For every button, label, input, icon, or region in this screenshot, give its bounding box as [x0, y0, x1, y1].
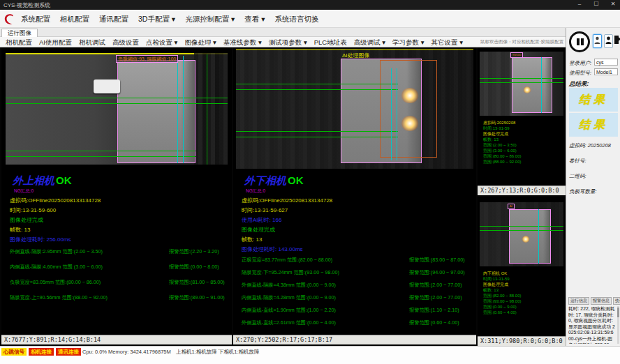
app-logo-icon [3, 13, 16, 25]
toolbar-item[interactable]: 其它设置 ▾ [431, 38, 463, 47]
menu-item[interactable]: 3D手配置 ▾ [138, 15, 175, 24]
result-box-text: 结果 [579, 93, 608, 107]
measure-hline [236, 89, 398, 90]
log-tab-alarm[interactable]: 报警信息 [591, 297, 612, 305]
weld-glow [522, 236, 530, 243]
measure-hline [480, 78, 563, 79]
camera-image-right-bottom[interactable]: AI [480, 202, 563, 266]
tab-bar: 运行图像 [0, 28, 566, 37]
image-texture [480, 52, 510, 116]
menu-item[interactable]: 通讯配置 [99, 15, 128, 24]
image-texture [194, 53, 228, 165]
camera-image-left[interactable]: 负极阈值:93, 隔膜阈值:100 [6, 53, 228, 165]
measure-hline [480, 230, 563, 231]
ng-note: NG汇总:0 [246, 188, 265, 195]
camera-panel-left: 负极阈值:93, 隔膜阈值:100 外上相机OK NG汇总:0 虚拟码:OFFl… [1, 47, 232, 346]
edge-vline [538, 209, 539, 264]
barcode-field-label: 虚拟码: 20250208 [569, 142, 611, 149]
qr-field-label: 二维码: [569, 173, 586, 180]
tab-run-image[interactable]: 运行图像 [1, 29, 38, 37]
measurement-list: 外侧直线-隔膜:2.95mm 范围:(2.00 ~ 3.50)报警范围:(2.2… [10, 248, 225, 310]
toolbar-item[interactable]: PLC地址表 [314, 38, 347, 47]
weld-glow [401, 116, 419, 131]
measure-hline [236, 137, 398, 137]
menu-item[interactable]: 系统语言切换 [275, 15, 319, 24]
result-box-bottom: 结果 [569, 113, 618, 137]
toolbar: 相机配置AI使用配置相机调试高级设置点检设置 ▾图像处理 ▾基准线参数 ▾测试项… [0, 37, 566, 47]
toolbar-item[interactable]: 高级调试 ▾ [354, 38, 385, 47]
pause-button[interactable] [569, 31, 590, 52]
comm-link-badge: 通讯连接 [56, 348, 81, 356]
toolbar-item[interactable]: 相机配置 [6, 38, 32, 47]
user-login-button[interactable] [593, 34, 602, 48]
camera-fault-text: 上相机1:相机故障 下相机1:相机故障 [176, 349, 260, 356]
cell-roi [512, 57, 552, 113]
measurement-text: 正极宽度=83.77mm 范围:(82.00 ~ 88.00) [242, 257, 409, 264]
menu-item[interactable]: 光源控制配置 ▾ [185, 15, 235, 24]
alarm-range-text: 报警范围:(0.00 ~ 8.00) [169, 264, 219, 271]
mini-line: 时间:13-31-59 [483, 126, 522, 131]
status-line: 图像处理完成 [242, 226, 275, 234]
toolbar-item[interactable]: 高级设置 [112, 38, 139, 47]
toolbar-item[interactable]: 点检设置 ▾ [146, 38, 177, 47]
alarm-range-text: 报警范围:(2.00 ~ 77.00) [409, 294, 462, 301]
cell-roi [117, 60, 195, 163]
weld-glow [523, 86, 531, 93]
mini-line: 范围:(88.00 ~ 92.00) [483, 159, 522, 165]
menu-item[interactable]: 查看 ▾ [244, 15, 265, 24]
toolbar-item[interactable]: 学习参数 ▾ [392, 38, 424, 47]
pin-field-label: 卷针号: [569, 158, 586, 165]
measurement-text: 负极宽度=83.05mm 范围:(80.00 ~ 86.00) [10, 279, 169, 286]
camera-image-right-top[interactable]: 93/100 [480, 52, 563, 116]
camera-name: 外下相机 [244, 174, 286, 186]
maximize-button[interactable]: ☐ [592, 1, 600, 7]
model-value-field[interactable]: Model1 [594, 68, 618, 75]
toolbar-item[interactable]: 测试项参数 ▾ [269, 38, 307, 47]
elapsed-line: 图像处理耗时: 256.00ms [10, 236, 71, 243]
mini-line: 虚拟码:20250208 [483, 120, 522, 126]
toolbar-item[interactable]: AI使用配置 [39, 38, 72, 47]
camera-panel-right-top: 93/100 虚拟码:20250208时间:13-31-59图像处理完成帧数: … [478, 47, 566, 195]
barcode-line: 虚拟码:OFFline20250208133134728 [242, 197, 332, 204]
window-controls: – ☐ ✕ [575, 1, 617, 7]
toolbar-item[interactable]: 相机调试 [79, 38, 105, 47]
user-icon [594, 35, 600, 47]
baseline-vline [207, 54, 207, 165]
minimize-button[interactable]: – [575, 1, 584, 7]
measurement-text: 隔膜宽度-上=90.56mm 范围:(88.00 ~ 92.00) [10, 294, 169, 301]
mini-line: 范围:(0.00 ~ 9.00) [483, 304, 522, 310]
camera-link-badge: 相机连接 [29, 348, 54, 356]
mini-line: 范围:(80.00 ~ 86.00) [483, 153, 522, 159]
operator-button[interactable] [604, 34, 613, 48]
log-tab-run[interactable]: 运行信息 [568, 297, 589, 305]
exit-button[interactable] [614, 34, 620, 48]
measurement-row: 正极宽度=83.77mm 范围:(82.00 ~ 88.00)报警范围:(83.… [242, 257, 465, 269]
measure-hline [6, 98, 228, 98]
toolbar-item[interactable]: 基准线参数 ▾ [223, 38, 262, 47]
result-ok: OK [288, 174, 304, 186]
edge-vline [177, 56, 178, 163]
cpu-memory-text: Cpu: 0.0% Memory: 3424.41796875M [82, 349, 171, 355]
toolbar-item[interactable]: 图像处理 ▾ [184, 38, 216, 47]
camera-image-center[interactable]: AI处理图像 [236, 49, 473, 169]
mini-line: 图像处理完成 [483, 282, 522, 287]
camera-result-title: 外下相机OK [244, 174, 304, 188]
pixel-coords-right-top: X:267;Y:13;R:0;G:0;B:0 [478, 185, 566, 195]
close-button[interactable]: ✕ [609, 1, 617, 7]
log-tab-stats[interactable]: 统计信息 [613, 297, 620, 305]
alarm-range-text: 报警范围:(83.00 ~ 87.00) [409, 257, 465, 264]
menu-item[interactable]: 相机配置 [60, 15, 89, 24]
log-scrollbar[interactable] [617, 306, 619, 344]
measure-hline [6, 151, 195, 151]
menu-list: 系统配置相机配置通讯配置3D手配置 ▾光源控制配置 ▾查看 ▾系统语言切换 [21, 15, 319, 24]
edge-vline [397, 68, 397, 160]
threshold-label: 93/100 [510, 52, 523, 58]
measurement-row: 外侧直线-隔膜=4.38mm 范围:(0.00 ~ 9.00)报警范围:(2.0… [242, 282, 465, 294]
alarm-range-text: 报警范围:(0.60 ~ 4.00) [409, 319, 459, 326]
menu-item[interactable]: 系统配置 [21, 15, 50, 24]
measure-hline [236, 84, 398, 84]
menu-bar: 系统配置相机配置通讯配置3D手配置 ▾光源控制配置 ▾查看 ▾系统语言切换 [0, 10, 620, 28]
weld-glow [401, 88, 419, 103]
mini-result-lines: 内下相机 OK时间:13-31-59图像处理完成帧数: 13范围:(82.00 … [483, 271, 522, 315]
login-value-field[interactable]: cys [594, 59, 618, 66]
